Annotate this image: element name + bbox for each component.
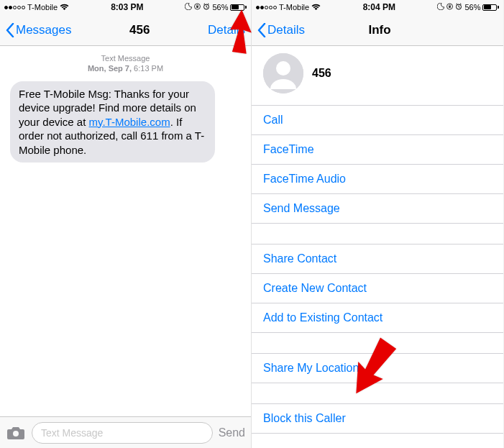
alarm-icon: [455, 3, 462, 12]
contact-name: 456: [312, 67, 331, 80]
wifi-icon: [60, 3, 69, 12]
block-group: Block this Caller: [252, 403, 503, 434]
alarm-icon: [203, 3, 210, 12]
message-list[interactable]: Text Message Mon, Sep 7, 6:13 PM Free T-…: [0, 46, 251, 416]
signal-dots-icon: [4, 6, 25, 9]
carrier-label: T-Mobile: [279, 3, 309, 12]
annotation-arrow-icon: [210, 6, 260, 59]
message-link[interactable]: my.T-Mobile.com: [89, 116, 170, 128]
send-button[interactable]: Send: [219, 426, 245, 439]
clock-time: 8:04 PM: [363, 2, 395, 12]
back-button[interactable]: Details: [257, 23, 305, 37]
contact-header: 456: [252, 46, 503, 105]
svg-point-8: [276, 61, 290, 76]
compose-placeholder: Text Message: [41, 427, 103, 439]
nav-title: Info: [368, 23, 390, 37]
back-label: Details: [267, 23, 305, 37]
call-action[interactable]: Call: [252, 105, 503, 135]
lock-icon: [194, 3, 201, 12]
svg-marker-10: [342, 336, 401, 401]
compose-input[interactable]: Text Message: [32, 422, 213, 444]
clock-time: 8:03 PM: [111, 2, 143, 12]
compose-bar: Text Message Send: [0, 416, 251, 448]
nav-title: 456: [129, 23, 150, 37]
svg-rect-5: [449, 6, 452, 8]
moon-icon: [437, 3, 444, 12]
send-message-action[interactable]: Send Message: [252, 194, 503, 224]
carrier-label: T-Mobile: [27, 3, 58, 12]
facetime-action[interactable]: FaceTime: [252, 135, 503, 165]
camera-icon[interactable]: [6, 425, 26, 441]
wifi-icon: [311, 3, 321, 12]
create-contact-action[interactable]: Create New Contact: [252, 274, 503, 303]
contact-actions-group: Call FaceTime FaceTime Audio Send Messag…: [252, 105, 503, 224]
back-button[interactable]: Messages: [6, 23, 71, 37]
svg-rect-1: [197, 6, 199, 8]
status-bar: T-Mobile 8:04 PM 56%: [252, 0, 503, 14]
annotation-arrow-icon: [342, 336, 406, 403]
svg-point-3: [13, 431, 19, 436]
lock-icon: [446, 3, 453, 12]
block-caller-action[interactable]: Block this Caller: [252, 403, 503, 434]
svg-marker-9: [227, 9, 255, 55]
share-contact-action[interactable]: Share Contact: [252, 244, 503, 274]
message-bubble[interactable]: Free T-Mobile Msg: Thanks for your devic…: [10, 81, 215, 163]
back-label: Messages: [16, 23, 71, 37]
facetime-audio-action[interactable]: FaceTime Audio: [252, 165, 503, 194]
battery-icon: [482, 4, 499, 11]
contact-manage-group: Share Contact Create New Contact Add to …: [252, 244, 503, 333]
avatar-icon[interactable]: [263, 53, 303, 93]
moon-icon: [185, 3, 192, 12]
nav-bar: Details Info: [252, 14, 503, 46]
battery-percent: 56%: [464, 3, 480, 12]
add-existing-contact-action[interactable]: Add to Existing Contact: [252, 303, 503, 333]
messages-screen: T-Mobile 8:03 PM 56% Messages 45: [0, 0, 252, 448]
